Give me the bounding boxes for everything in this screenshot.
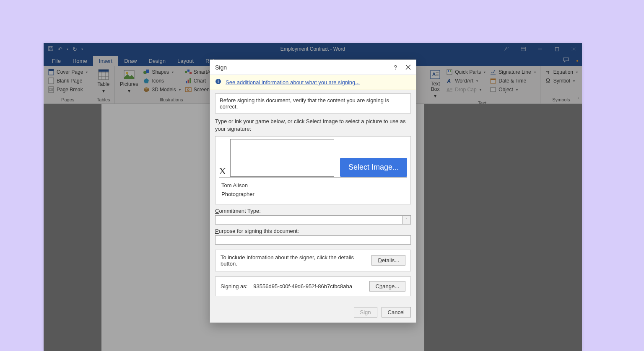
svg-text:i: i: [218, 79, 219, 84]
dialog-titlebar: Sign ?: [210, 60, 416, 75]
change-button[interactable]: Change...: [369, 281, 405, 292]
select-image-button[interactable]: Select Image...: [340, 158, 407, 177]
info-banner: i See additional information about what …: [210, 75, 416, 90]
additional-info-link[interactable]: See additional information about what yo…: [226, 79, 360, 85]
details-text: To include information about the signer,…: [221, 254, 366, 267]
purpose-input[interactable]: [215, 235, 411, 245]
cancel-button[interactable]: Cancel: [382, 307, 411, 317]
signing-as-label: Signing as:: [221, 283, 247, 289]
verify-text: Before signing this document, verify tha…: [220, 97, 389, 110]
commitment-type-combo[interactable]: ˅: [215, 215, 411, 225]
details-panel: To include information about the signer,…: [215, 250, 411, 271]
commitment-label: Commitment Type:: [215, 208, 411, 214]
signature-x-label: X: [219, 165, 226, 177]
signature-canvas[interactable]: [230, 139, 334, 177]
signature-area: X Select Image... Tom Alison Photographe…: [215, 136, 411, 204]
dialog-title: Sign: [215, 64, 227, 71]
help-button[interactable]: ?: [394, 64, 397, 71]
sign-dialog: Sign ? i See additional information abou…: [210, 59, 416, 323]
signing-as-panel: Signing as: 93556d95-c00f-49d6-952f-86b7…: [215, 276, 411, 296]
signer-role: Photographer: [221, 190, 405, 199]
commitment-type-input[interactable]: [215, 215, 402, 225]
info-icon: i: [215, 78, 221, 86]
signer-name: Tom Alison: [221, 181, 405, 190]
combo-dropdown-icon[interactable]: ˅: [402, 215, 411, 225]
verify-panel: Before signing this document, verify tha…: [215, 93, 411, 114]
purpose-label: Purpose for signing this document:: [215, 228, 411, 234]
signing-as-value: 93556d95-c00f-49d6-952f-86b7cfbc8aba: [253, 283, 352, 289]
dialog-footer: Sign Cancel: [210, 301, 416, 323]
sign-button[interactable]: Sign: [354, 307, 377, 317]
signature-hint: Type or ink your name below, or click Se…: [215, 118, 411, 133]
details-button[interactable]: Details...: [371, 255, 405, 266]
dialog-close-button[interactable]: [405, 65, 411, 70]
